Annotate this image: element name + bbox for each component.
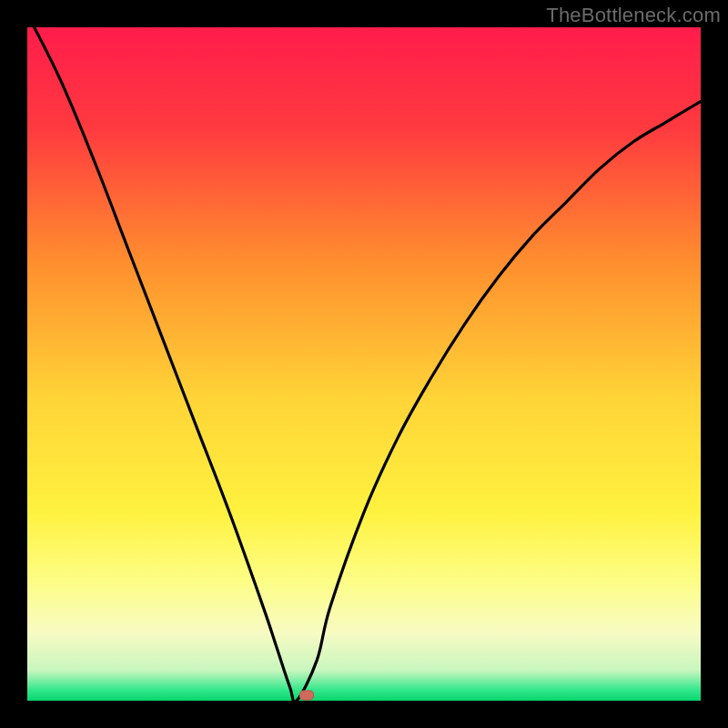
plot-area	[27, 27, 701, 701]
bottleneck-curve	[27, 27, 701, 701]
optimum-marker	[299, 691, 314, 701]
chart-frame: TheBottleneck.com	[0, 0, 728, 728]
watermark-text: TheBottleneck.com	[546, 4, 721, 27]
